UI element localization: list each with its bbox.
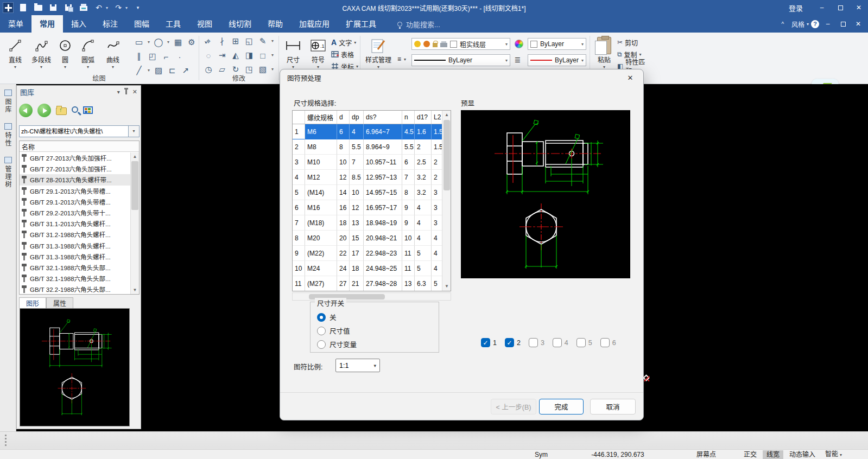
view-checkbox-3[interactable]: 3: [529, 338, 544, 347]
feature-search[interactable]: 功能搜索...: [397, 15, 440, 33]
ellipse-icon[interactable]: ◯: [152, 36, 165, 49]
side-tab-特性[interactable]: 特性: [0, 118, 16, 151]
radio-icon[interactable]: [317, 313, 326, 322]
back-button[interactable]: [19, 104, 33, 117]
layer-caret-icon[interactable]: ▾: [505, 42, 508, 47]
paste-button[interactable]: 粘贴▾: [592, 35, 616, 69]
col-header[interactable]: [293, 111, 305, 124]
status-toggle-线宽[interactable]: 线宽: [763, 450, 783, 459]
point-icon[interactable]: ·: [173, 50, 186, 63]
offset-icon[interactable]: ◨: [243, 49, 256, 62]
back-step-button[interactable]: < 上一步(B): [491, 399, 536, 415]
draw-button-圆弧[interactable]: 圆弧▾: [76, 35, 100, 69]
menu-tab-扩展工具[interactable]: 扩展工具: [338, 15, 384, 33]
side-tab-图库[interactable]: 图库: [0, 84, 16, 118]
checkbox-icon[interactable]: [600, 338, 610, 347]
rect-edit-icon[interactable]: □: [256, 49, 269, 62]
collapse-ribbon-icon[interactable]: ^: [776, 15, 789, 33]
draw-button-曲线[interactable]: 曲线▾: [101, 35, 125, 69]
list-item[interactable]: GB/T 31.1-2013六角头螺杆...: [20, 218, 130, 229]
col-header[interactable]: d1?: [415, 111, 432, 124]
checkbox-icon[interactable]: [553, 338, 562, 347]
checkbox-icon[interactable]: ✓: [481, 338, 490, 347]
search-icon[interactable]: [72, 106, 78, 113]
list-item[interactable]: GB/T 31.3-1988六角头螺杆...: [20, 240, 130, 251]
checkbox-icon[interactable]: ✓: [505, 338, 514, 347]
help-icon[interactable]: ?: [811, 20, 819, 28]
color-wheel-icon[interactable]: [515, 40, 523, 48]
library-path-input[interactable]: zh-CN\螺栓和螺柱\六角头螺栓\: [19, 125, 129, 137]
view-checkbox-2[interactable]: ✓2: [505, 338, 521, 347]
rectangle-icon[interactable]: ▭: [132, 36, 145, 49]
modify-row-caret[interactable]: ▾: [270, 53, 275, 58]
col-header[interactable]: dp: [350, 111, 364, 124]
table-button[interactable]: 表格: [331, 49, 354, 60]
ellipse-icon-caret[interactable]: ▾: [166, 40, 171, 44]
restore-button[interactable]: [831, 0, 850, 15]
radio-option-关[interactable]: 关: [317, 312, 337, 322]
close-button[interactable]: ✕: [850, 0, 868, 15]
path-dropdown-icon[interactable]: ▾: [129, 125, 140, 137]
rectangle-icon-caret[interactable]: ▾: [146, 40, 151, 44]
table-row[interactable]: 11(M27)272127.948~28136.35: [293, 276, 451, 291]
view-mode-icon[interactable]: [83, 106, 93, 114]
list-item[interactable]: GB/T 27-2013六角头加强杆...: [20, 163, 130, 174]
open-file-icon[interactable]: [33, 3, 43, 12]
table-row[interactable]: 10M24241824.948~251154: [293, 261, 451, 276]
redo-icon[interactable]: ↷: [113, 3, 123, 12]
status-toggle-正交[interactable]: 正交: [740, 450, 761, 459]
radio-icon[interactable]: [317, 340, 326, 349]
col-header[interactable]: n: [402, 111, 415, 124]
save-as-icon[interactable]: [64, 3, 73, 12]
text-button[interactable]: A 文字▾: [331, 37, 356, 48]
symbol-button[interactable]: .1 符号▾: [306, 35, 330, 69]
table-row[interactable]: 5(M14)141014.957~1583.23: [293, 185, 451, 200]
edit-icon[interactable]: ✎: [256, 35, 269, 48]
doc-close-button[interactable]: ✕: [852, 15, 865, 33]
draw-button-圆[interactable]: 圆▾: [55, 35, 75, 69]
profile-icon[interactable]: ◰: [146, 50, 159, 63]
col-header[interactable]: ds?: [364, 111, 402, 124]
table-row[interactable]: 1M6646.964~74.51.61.5: [293, 124, 451, 139]
doc-restore-button[interactable]: [837, 15, 850, 33]
view-checkbox-1[interactable]: ✓1: [481, 338, 497, 347]
menu-tab-菜单[interactable]: 菜单: [0, 15, 31, 33]
pin-icon[interactable]: [125, 90, 127, 94]
menu-tab-常用[interactable]: 常用: [31, 15, 63, 33]
redo-caret-icon[interactable]: ▾: [125, 5, 128, 10]
radio-option-尺寸变量[interactable]: 尺寸变量: [317, 339, 357, 349]
scale-dropdown[interactable]: 1:1 ▾: [335, 359, 380, 372]
undo-icon[interactable]: ↶: [94, 3, 104, 12]
table-row[interactable]: 8M20201520.948~211044: [293, 231, 451, 246]
menu-tab-帮助[interactable]: 帮助: [259, 15, 291, 33]
list-item[interactable]: GB/T 32.2-1988六角头头部...: [20, 284, 130, 294]
menu-tab-线切割[interactable]: 线切割: [220, 15, 259, 33]
radio-icon[interactable]: [317, 327, 326, 335]
folder-up-icon[interactable]: [56, 107, 67, 115]
status-screen-point[interactable]: 屏幕点: [696, 450, 716, 459]
undo-caret-icon[interactable]: ▾: [106, 5, 108, 10]
formula-curve-icon[interactable]: ⌐: [160, 50, 173, 63]
library-tab-图形[interactable]: 图形: [19, 297, 46, 308]
list-item[interactable]: GB/T 32.1-1988六角头头部...: [20, 262, 130, 273]
move-icon[interactable]: ⌖: [202, 35, 215, 48]
menu-tab-标注[interactable]: 标注: [94, 15, 126, 33]
forward-button[interactable]: [37, 104, 51, 117]
new-file-icon[interactable]: [18, 3, 28, 12]
view-checkbox-4[interactable]: 4: [553, 338, 568, 347]
table-row[interactable]: 6M16161216.957~17943: [293, 200, 451, 215]
list-header[interactable]: 名称: [20, 141, 139, 152]
layer-tool-icon[interactable]: ≡ ▾: [397, 55, 406, 63]
login-button[interactable]: 登录: [779, 3, 813, 13]
fill-icon[interactable]: ▦: [172, 36, 185, 49]
color-dropdown[interactable]: ByLayer ▾: [528, 38, 586, 50]
scroll-down-icon[interactable]: ▼: [131, 286, 139, 294]
freeze-icon[interactable]: [423, 41, 430, 47]
list-item[interactable]: GB/T 32.1-1988六角头头部...: [20, 273, 130, 284]
list-item[interactable]: GB/T 31.2-1988六角头螺杆...: [20, 229, 130, 240]
list-item[interactable]: GB/T 27-2013六角头加强杆...: [20, 152, 130, 163]
table-vscrollbar[interactable]: ▲▼: [442, 111, 451, 291]
style-manager-button[interactable]: 样式管理▾: [363, 35, 394, 69]
dialog-close-icon[interactable]: ✕: [619, 71, 641, 85]
status-toggle-动态输入[interactable]: 动态输入: [785, 450, 819, 459]
